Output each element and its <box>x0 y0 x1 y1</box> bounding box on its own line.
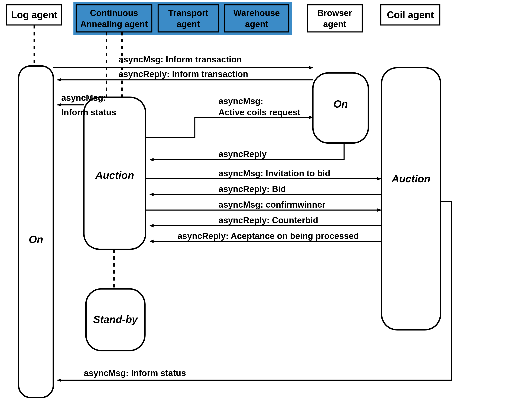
state-log-on-label: On <box>29 233 43 245</box>
agent-warehouse: Warehouse agent <box>225 5 289 32</box>
reply-counterbid-label: asyncReply: Counterbid <box>218 215 318 225</box>
msg-invitation-to-bid: asyncMsg: Invitation to bid <box>146 168 381 179</box>
agent-browser: Browser agent <box>307 5 362 32</box>
agent-diagram: Log agent Continuous Annealing agent Tra… <box>0 0 532 401</box>
agent-coil-label: Coil agent <box>387 9 434 20</box>
state-ca-standby-label: Stand-by <box>93 313 138 325</box>
msg-inform-transaction-label: asyncMsg: Inform transaction <box>119 54 242 64</box>
agent-ca-label-2: Annealing agent <box>80 19 148 29</box>
reply-bid: asyncReply: Bid <box>150 184 381 194</box>
agent-log: Log agent <box>7 5 62 25</box>
state-ca-auction: Auction <box>84 97 146 249</box>
svg-rect-6 <box>19 66 53 397</box>
reply-counterbid: asyncReply: Counterbid <box>150 215 381 226</box>
msg-inform-status-coil-label: asyncMsg: Inform status <box>84 368 186 378</box>
state-ca-auction-label: Auction <box>95 169 134 181</box>
agent-transport-label-2: agent <box>177 19 200 29</box>
agent-browser-label-2: agent <box>323 19 346 29</box>
svg-rect-10 <box>382 68 441 330</box>
reply-bid-label: asyncReply: Bid <box>218 184 286 194</box>
msg-active-coils-request: asyncMsg: Active coils request <box>146 96 313 137</box>
reply-acceptance: asyncReply: Aceptance on being processed <box>150 231 381 241</box>
state-browser-on-label: On <box>333 98 348 110</box>
agent-log-label: Log agent <box>11 9 57 20</box>
agent-transport-label-1: Transport <box>168 8 208 18</box>
msg-inform-status-ca-label-1: asyncMsg: <box>61 93 106 103</box>
agent-continuous-annealing: Continuous Annealing agent <box>76 5 152 32</box>
agent-transport: Transport agent <box>158 5 219 32</box>
msg-confirmwinner: asyncMsg: confirmwinner <box>146 200 381 210</box>
agent-browser-label-1: Browser <box>317 8 352 18</box>
state-browser-on: On <box>313 73 368 143</box>
msg-inform-status-ca-label-2: Inform status <box>61 107 116 117</box>
msg-inform-transaction: asyncMsg: Inform transaction <box>53 54 313 68</box>
agent-ca-label-1: Continuous <box>90 8 138 18</box>
msg-confirmwinner-label: asyncMsg: confirmwinner <box>218 200 325 209</box>
agent-coil: Coil agent <box>381 5 440 25</box>
reply-inform-transaction-label: asyncReply: Inform transaction <box>119 69 248 79</box>
state-log-on: On <box>19 66 53 397</box>
reply-active-coils: asyncReply <box>150 143 344 160</box>
reply-acceptance-label: asyncReply: Aceptance on being processed <box>177 231 359 241</box>
agent-warehouse-label-1: Warehouse <box>234 8 280 18</box>
reply-inform-transaction: asyncReply: Inform transaction <box>57 69 313 80</box>
msg-active-coils-request-label-1: asyncMsg: <box>218 96 263 106</box>
state-coil-auction: Auction <box>382 68 441 330</box>
msg-active-coils-request-label-2: Active coils request <box>218 107 300 117</box>
reply-active-coils-label: asyncReply <box>218 149 267 159</box>
agent-warehouse-label-2: agent <box>245 19 268 29</box>
state-ca-standby: Stand-by <box>86 289 145 351</box>
state-coil-auction-label: Auction <box>391 173 430 185</box>
msg-invitation-to-bid-label: asyncMsg: Invitation to bid <box>218 168 330 178</box>
